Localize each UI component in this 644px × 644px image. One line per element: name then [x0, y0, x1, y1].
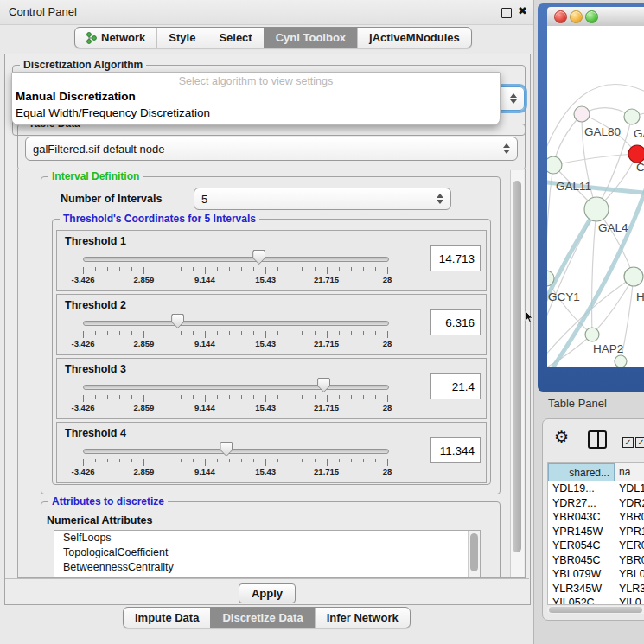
- table-row[interactable]: YER054CYER0: [548, 539, 644, 553]
- network-node-hap2[interactable]: [585, 328, 599, 341]
- network-node-red-node[interactable]: [628, 145, 644, 163]
- cell-name[interactable]: YIL0: [615, 596, 644, 605]
- attribute-list-item[interactable]: SelfLoops: [54, 531, 480, 545]
- cell-name[interactable]: YDR2: [615, 496, 644, 511]
- table-horizontal-scrollbar[interactable]: [547, 606, 644, 614]
- network-edge[interactable]: [553, 154, 637, 165]
- network-node-gal4[interactable]: [584, 197, 609, 221]
- number-of-intervals-combobox[interactable]: 5: [194, 188, 451, 210]
- tab-impute-data[interactable]: Impute Data: [124, 608, 210, 628]
- cell-name[interactable]: YER0: [615, 539, 644, 553]
- slider-tick: [229, 459, 230, 462]
- numerical-attributes-list[interactable]: SelfLoopsTopologicalCoefficientBetweenne…: [54, 530, 481, 578]
- slider-tick: [95, 267, 96, 271]
- cell-name[interactable]: YBR0: [615, 553, 644, 568]
- cell-name[interactable]: YDL1: [615, 481, 644, 496]
- cell-shared-name[interactable]: YDR27...: [548, 496, 615, 511]
- network-node-gal80[interactable]: [574, 106, 590, 122]
- cell-shared-name[interactable]: YBR043C: [548, 510, 615, 525]
- close-traffic-light-icon[interactable]: [554, 10, 567, 23]
- slider-track[interactable]: [83, 449, 389, 454]
- cell-shared-name[interactable]: YBL079W: [548, 567, 615, 582]
- network-node-gal11[interactable]: [547, 156, 562, 174]
- column-header-shared-name[interactable]: shared...: [548, 463, 615, 481]
- threshold-value-field[interactable]: 14.713: [430, 245, 481, 271]
- slider-tick: [205, 395, 206, 402]
- network-view-window[interactable]: GAL80GACGAL11GAL4GCY1HHAP2: [538, 3, 644, 392]
- checkbox-checked-icon[interactable]: ✓: [622, 437, 634, 448]
- cell-name[interactable]: YLR3: [615, 582, 644, 596]
- float-window-icon[interactable]: [501, 8, 512, 18]
- cell-shared-name[interactable]: YER054C: [548, 539, 615, 553]
- slider-tick: [265, 331, 266, 338]
- table-row[interactable]: YDR27...YDR2: [548, 496, 644, 511]
- cell-name[interactable]: YBR0: [615, 510, 644, 525]
- threshold-label: Threshold 2: [65, 299, 126, 311]
- scrollbar-thumb[interactable]: [549, 607, 642, 613]
- gear-icon[interactable]: ⚙: [554, 427, 569, 446]
- network-node-bottom-small[interactable]: [615, 355, 627, 367]
- slider-track[interactable]: [83, 257, 389, 262]
- column-header-name[interactable]: na: [615, 463, 644, 481]
- attribute-list-item[interactable]: TopologicalCoefficient: [54, 545, 480, 560]
- scrollbar-thumb[interactable]: [513, 181, 521, 552]
- tab-style[interactable]: Style: [156, 28, 207, 48]
- cell-name[interactable]: YPR1: [615, 525, 644, 539]
- dropdown-item-manual-discretization[interactable]: Manual Discretization: [12, 88, 500, 105]
- threshold-slider[interactable]: -3.4262.8599.14415.4321.71528: [83, 319, 387, 348]
- network-edge[interactable]: [592, 209, 596, 335]
- cell-name[interactable]: YBL0: [615, 567, 644, 582]
- cell-shared-name[interactable]: YDL19...: [548, 481, 615, 496]
- main-vertical-scrollbar[interactable]: [510, 170, 524, 577]
- slider-track[interactable]: [83, 385, 389, 390]
- table-row[interactable]: YPR145WYPR1: [548, 525, 644, 539]
- table-row[interactable]: YIL052CYIL0: [548, 596, 644, 605]
- columns-icon[interactable]: [588, 430, 607, 449]
- table-row[interactable]: YDL19...YDL1: [548, 481, 644, 496]
- table-row[interactable]: YBR043CYBR0: [548, 510, 644, 525]
- cell-shared-name[interactable]: YIL052C: [548, 596, 615, 605]
- minimize-traffic-light-icon[interactable]: [570, 10, 583, 23]
- tab-select[interactable]: Select: [207, 28, 263, 48]
- tab-infer-network[interactable]: Infer Network: [315, 608, 410, 628]
- threshold-slider[interactable]: -3.4262.8599.14415.4321.71528: [83, 447, 387, 476]
- slider-thumb[interactable]: [171, 314, 184, 328]
- table-row[interactable]: YBR045CYBR0: [548, 553, 644, 568]
- threshold-slider[interactable]: -3.4262.8599.14415.4321.71528: [83, 255, 387, 284]
- apply-button[interactable]: Apply: [239, 583, 296, 603]
- network-window-titlebar[interactable]: [547, 7, 644, 27]
- network-canvas[interactable]: GAL80GACGAL11GAL4GCY1HHAP2: [547, 26, 644, 367]
- network-node-top-right[interactable]: [624, 109, 640, 124]
- tab-discretize-data[interactable]: Discretize Data: [210, 608, 314, 628]
- attributes-list-scrollbar[interactable]: [468, 531, 480, 578]
- slider-tick-label: 28: [383, 275, 392, 284]
- slider-tick-label: 2.859: [134, 467, 155, 476]
- table-row[interactable]: YBL079WYBL0: [548, 567, 644, 582]
- cell-shared-name[interactable]: YLR345W: [548, 582, 615, 596]
- slider-track[interactable]: [83, 321, 389, 326]
- threshold-slider[interactable]: -3.4262.8599.14415.4321.71528: [83, 383, 387, 412]
- tab-network[interactable]: Network: [75, 28, 156, 48]
- threshold-value-field[interactable]: 6.316: [430, 309, 481, 335]
- network-node-right-mid[interactable]: [624, 267, 643, 286]
- zoom-traffic-light-icon[interactable]: [585, 10, 598, 23]
- cell-shared-name[interactable]: YPR145W: [548, 525, 615, 539]
- slider-tick: [339, 395, 340, 399]
- cell-shared-name[interactable]: YBR045C: [548, 553, 615, 568]
- dropdown-item-equal-width-frequency[interactable]: Equal Width/Frequency Discretization: [12, 105, 500, 121]
- tab-jactivemnodules[interactable]: jActiveMNodules: [357, 28, 471, 48]
- slider-thumb[interactable]: [220, 442, 233, 456]
- network-edge[interactable]: [547, 209, 596, 337]
- slider-thumb[interactable]: [252, 250, 265, 265]
- scrollbar-thumb[interactable]: [470, 533, 478, 571]
- threshold-value-field[interactable]: 11.344: [430, 437, 481, 463]
- tab-cyni-toolbox[interactable]: Cyni Toolbox: [264, 28, 357, 48]
- table-data-combobox[interactable]: galFiltered.sif default node: [25, 137, 518, 161]
- close-icon[interactable]: ✖: [518, 4, 527, 17]
- threshold-value-field[interactable]: 21.4: [430, 373, 481, 399]
- slider-thumb[interactable]: [317, 378, 330, 392]
- slider-tick: [205, 459, 206, 466]
- attribute-list-item[interactable]: BetweennessCentrality: [54, 560, 480, 575]
- table-row[interactable]: YLR345WYLR3: [548, 582, 644, 596]
- checkbox-checked-icon[interactable]: ✓: [635, 437, 644, 448]
